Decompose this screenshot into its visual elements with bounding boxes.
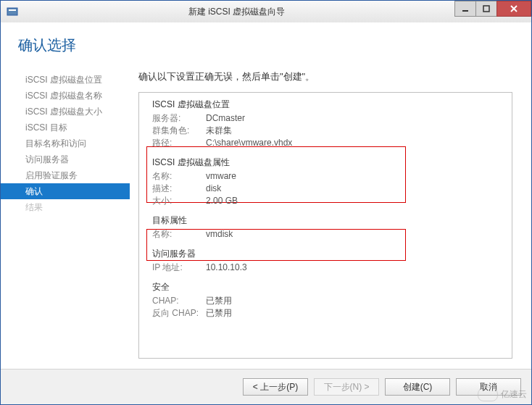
section-target: 目标属性 名称: vmdisk: [152, 210, 502, 241]
section-access-title: 访问服务器: [152, 248, 502, 259]
window-buttons: [455, 1, 531, 15]
propname-value: vmware: [206, 170, 236, 183]
svg-rect-0: [7, 8, 17, 15]
server-value: DCmaster: [206, 112, 245, 125]
title-bar: 新建 iSCSI 虚拟磁盘向导: [1, 1, 531, 23]
targetname-value: vmdisk: [206, 228, 233, 241]
main-panel: 确认以下设置正确无误，然后单击"创建"。 ISCSI 虚拟磁盘位置 服务器: D…: [130, 70, 531, 369]
sidebar-item-name[interactable]: iSCSI 虚拟磁盘名称: [1, 88, 130, 104]
sidebar-item-access[interactable]: 访问服务器: [1, 151, 130, 167]
row-ip: IP 地址: 10.10.10.3: [152, 262, 502, 274]
section-location-title: ISCSI 虚拟磁盘位置: [152, 99, 502, 110]
cluster-value: 未群集: [206, 125, 232, 137]
wizard-body: 确认选择 iSCSI 虚拟磁盘位置 iSCSI 虚拟磁盘名称 iSCSI 虚拟磁…: [1, 22, 531, 369]
row-size: 大小: 2.00 GB: [152, 195, 502, 207]
desc-label: 描述:: [152, 183, 206, 195]
details-box: ISCSI 虚拟磁盘位置 服务器: DCmaster 群集角色: 未群集 路径:…: [138, 92, 512, 359]
sidebar-item-confirm[interactable]: 确认: [1, 183, 130, 199]
section-location: ISCSI 虚拟磁盘位置 服务器: DCmaster 群集角色: 未群集 路径:…: [152, 99, 502, 149]
rchap-label: 反向 CHAP:: [152, 307, 206, 320]
chap-label: CHAP:: [152, 295, 206, 307]
app-icon: [7, 6, 18, 17]
sidebar-item-size[interactable]: iSCSI 虚拟磁盘大小: [1, 104, 130, 120]
path-value: C:\share\vmware.vhdx: [206, 137, 292, 149]
row-desc: 描述: disk: [152, 183, 502, 195]
section-security-title: 安全: [152, 281, 502, 293]
row-server: 服务器: DCmaster: [152, 112, 502, 125]
svg-rect-1: [9, 9, 16, 11]
wizard-heading: 确认选择: [1, 22, 531, 62]
chap-value: 已禁用: [206, 295, 232, 307]
wizard-window: 新建 iSCSI 虚拟磁盘向导 确认选择 iSCSI 虚拟磁盘位置 iSCSI …: [0, 0, 532, 405]
sidebar-item-target[interactable]: iSCSI 目标: [1, 120, 130, 135]
sidebar-item-auth[interactable]: 启用验证服务: [1, 167, 130, 183]
minimize-icon: [462, 5, 469, 12]
create-button[interactable]: 创建(C): [385, 378, 450, 396]
rchap-value: 已禁用: [206, 307, 232, 320]
minimize-button[interactable]: [454, 1, 476, 17]
next-button: 下一步(N) >: [314, 378, 379, 396]
row-target-name: 名称: vmdisk: [152, 228, 502, 241]
hint-text: 确认以下设置正确无误，然后单击"创建"。: [138, 70, 512, 92]
section-props: ISCSI 虚拟磁盘属性 名称: vmware 描述: disk 大小: 2.0…: [152, 152, 502, 207]
row-cluster: 群集角色: 未群集: [152, 125, 502, 137]
section-access: 访问服务器 IP 地址: 10.10.10.3: [152, 243, 502, 274]
propname-label: 名称:: [152, 170, 206, 183]
sidebar-steps: iSCSI 虚拟磁盘位置 iSCSI 虚拟磁盘名称 iSCSI 虚拟磁盘大小 i…: [1, 70, 130, 369]
sidebar-item-location[interactable]: iSCSI 虚拟磁盘位置: [1, 72, 130, 88]
ip-value: 10.10.10.3: [206, 262, 247, 274]
maximize-icon: [483, 5, 490, 12]
close-button[interactable]: [496, 1, 531, 17]
sidebar-item-result: 结果: [1, 199, 130, 215]
targetname-label: 名称:: [152, 228, 206, 241]
row-path: 路径: C:\share\vmware.vhdx: [152, 137, 502, 149]
section-props-title: ISCSI 虚拟磁盘属性: [152, 156, 502, 168]
sidebar-item-target-name[interactable]: 目标名称和访问: [1, 135, 130, 151]
svg-rect-3: [483, 6, 489, 12]
wizard-columns: iSCSI 虚拟磁盘位置 iSCSI 虚拟磁盘名称 iSCSI 虚拟磁盘大小 i…: [1, 70, 531, 369]
cancel-button[interactable]: 取消: [456, 378, 521, 396]
section-target-title: 目标属性: [152, 214, 502, 226]
cluster-label: 群集角色:: [152, 125, 206, 137]
size-value: 2.00 GB: [206, 195, 238, 207]
path-label: 路径:: [152, 137, 206, 149]
window-title: 新建 iSCSI 虚拟磁盘向导: [18, 6, 455, 18]
row-chap: CHAP: 已禁用: [152, 295, 502, 307]
row-propname: 名称: vmware: [152, 170, 502, 183]
size-label: 大小:: [152, 195, 206, 207]
close-icon: [510, 4, 518, 13]
server-label: 服务器:: [152, 112, 206, 125]
ip-label: IP 地址:: [152, 262, 206, 274]
button-strip: < 上一步(P) 下一步(N) > 创建(C) 取消: [1, 369, 531, 404]
row-rchap: 反向 CHAP: 已禁用: [152, 307, 502, 320]
section-security: 安全 CHAP: 已禁用 反向 CHAP: 已禁用: [152, 277, 502, 320]
maximize-button[interactable]: [475, 1, 497, 17]
previous-button[interactable]: < 上一步(P): [243, 378, 308, 396]
desc-value: disk: [206, 183, 221, 195]
